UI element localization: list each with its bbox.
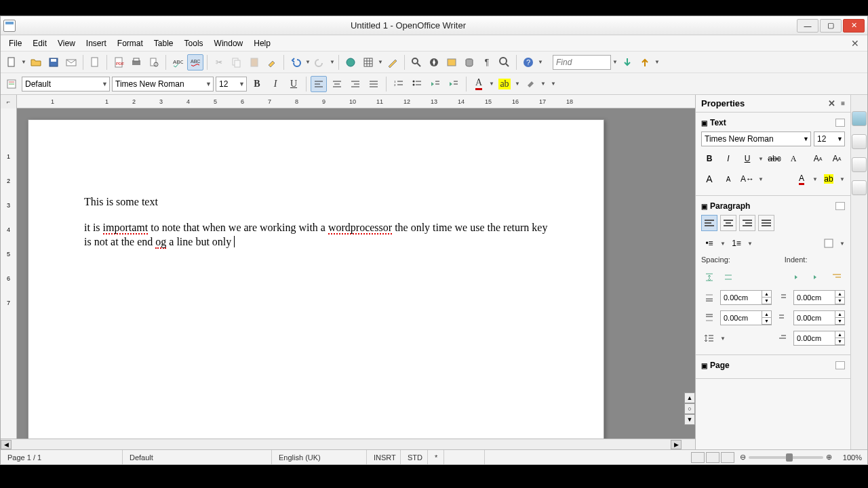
sidebar-align-left[interactable]: [701, 215, 717, 231]
sidebar-tab-properties[interactable]: [852, 111, 867, 126]
zoom-out-icon[interactable]: ⊖: [740, 453, 746, 462]
sidebar-align-center[interactable]: [720, 215, 736, 231]
maximize-button[interactable]: ▢: [820, 19, 842, 33]
font-color-button[interactable]: A: [471, 76, 487, 92]
firstline-indent-spin[interactable]: 0.00cm▲▼: [793, 331, 845, 346]
find-replace-icon[interactable]: [408, 54, 425, 70]
sidebar-numbers-button[interactable]: 1≡: [728, 235, 745, 251]
line-spacing-icon[interactable]: [701, 330, 717, 346]
font-size-combo[interactable]: 12▼: [216, 77, 247, 92]
minimize-button[interactable]: ―: [797, 19, 818, 33]
decrease-spacing-icon[interactable]: [720, 269, 736, 285]
menu-view[interactable]: View: [52, 37, 81, 50]
sidebar-shadow-button[interactable]: A: [785, 150, 802, 167]
status-selection[interactable]: STD: [401, 450, 428, 464]
after-indent-icon[interactable]: [774, 310, 791, 326]
zoom-slider[interactable]: [749, 456, 823, 459]
sidebar-fontcolor-button[interactable]: A: [793, 171, 810, 187]
underline-button[interactable]: U: [285, 76, 302, 92]
sidebar-highlight-button[interactable]: ab: [821, 171, 837, 187]
firstline-indent-icon[interactable]: [774, 330, 791, 346]
bold-button[interactable]: B: [249, 76, 265, 92]
horizontal-scrollbar[interactable]: ◀ ▶: [1, 439, 695, 449]
drawing-icon[interactable]: [384, 54, 401, 70]
zoom-value[interactable]: 100%: [835, 453, 862, 462]
highlight-button[interactable]: ab: [496, 76, 513, 92]
below-spacing-spin[interactable]: 0.00cm▲▼: [720, 310, 772, 325]
format-paintbrush-icon[interactable]: [264, 54, 280, 70]
page-more-icon[interactable]: [835, 361, 845, 369]
paragraph-more-icon[interactable]: [835, 202, 845, 210]
styles-icon[interactable]: [3, 76, 20, 92]
view-single-icon[interactable]: [691, 452, 705, 463]
zoom-in-icon[interactable]: ⊕: [826, 453, 832, 462]
menu-edit[interactable]: Edit: [27, 37, 52, 50]
sidebar-tab-styles[interactable]: [852, 134, 867, 149]
sidebar-bgcolor-button[interactable]: [821, 235, 837, 251]
font-name-combo[interactable]: Times New Roman▼: [112, 77, 214, 92]
decrease-indent-icon[interactable]: [810, 269, 826, 285]
bullet-list-button[interactable]: [409, 76, 425, 92]
sidebar-align-right[interactable]: [739, 215, 755, 231]
sidebar-tab-navigator[interactable]: [852, 180, 867, 195]
print-icon[interactable]: [128, 54, 144, 70]
nav-object-icon[interactable]: ○: [684, 403, 695, 414]
before-indent-icon[interactable]: [774, 289, 791, 306]
sidebar-tab-gallery[interactable]: [852, 157, 867, 172]
before-indent-spin[interactable]: 0.00cm▲▼: [793, 290, 845, 305]
nav-down-icon[interactable]: ▼: [684, 414, 695, 425]
hanging-indent-icon[interactable]: [829, 269, 845, 285]
menu-insert[interactable]: Insert: [81, 37, 112, 50]
find-prev-icon[interactable]: [637, 54, 653, 70]
document-text[interactable]: This is some text: [84, 195, 548, 209]
status-style[interactable]: Default: [123, 450, 272, 464]
numbered-list-button[interactable]: 12: [391, 76, 407, 92]
auto-spellcheck-icon[interactable]: ABC: [187, 54, 203, 70]
cut-icon[interactable]: ✂: [211, 54, 227, 70]
after-indent-spin[interactable]: 0.00cm▲▼: [793, 310, 845, 325]
copy-icon[interactable]: [229, 54, 245, 70]
help-icon[interactable]: ?: [520, 54, 536, 70]
gallery-icon[interactable]: [443, 54, 460, 70]
menu-tools[interactable]: Tools: [179, 37, 209, 50]
edit-file-icon[interactable]: [87, 54, 103, 70]
paragraph-style-combo[interactable]: Default▼: [22, 77, 110, 92]
menu-format[interactable]: Format: [112, 37, 149, 50]
view-book-icon[interactable]: [721, 452, 734, 463]
redo-icon[interactable]: [312, 54, 328, 70]
find-next-icon[interactable]: [619, 54, 635, 70]
sidebar-super-button[interactable]: AA: [810, 150, 826, 167]
align-right-button[interactable]: [347, 76, 363, 92]
menu-file[interactable]: File: [3, 37, 27, 50]
menu-table[interactable]: Table: [149, 37, 179, 50]
table-icon[interactable]: [360, 54, 376, 70]
sidebar-strikeout-button[interactable]: abc: [766, 150, 783, 167]
sidebar-menu-icon[interactable]: ≡: [841, 100, 845, 107]
background-color-button[interactable]: [522, 76, 538, 92]
sidebar-grow-button[interactable]: A: [701, 171, 717, 187]
save-icon[interactable]: [45, 54, 62, 70]
document-text[interactable]: it is importamt to note that when we are…: [84, 220, 548, 249]
data-sources-icon[interactable]: [461, 54, 477, 70]
text-more-icon[interactable]: [835, 119, 845, 127]
horizontal-ruler[interactable]: ⌐ 1123456789101112131415161718: [1, 95, 695, 108]
increase-indent-button[interactable]: [446, 76, 462, 92]
above-spacing-icon[interactable]: [701, 289, 717, 306]
align-center-button[interactable]: [329, 76, 345, 92]
zoom-icon[interactable]: [496, 54, 513, 70]
close-document-button[interactable]: ✕: [846, 36, 865, 51]
sidebar-bullets-button[interactable]: •≡: [701, 235, 717, 251]
increase-spacing-icon[interactable]: [701, 269, 717, 285]
navigator-icon[interactable]: [426, 54, 442, 70]
status-language[interactable]: English (UK): [272, 450, 367, 464]
email-icon[interactable]: [63, 54, 79, 70]
status-insert[interactable]: INSRT: [367, 450, 401, 464]
above-spacing-spin[interactable]: 0.00cm▲▼: [720, 290, 772, 305]
sidebar-spacing-button[interactable]: A↔: [739, 171, 755, 187]
menu-help[interactable]: Help: [248, 37, 276, 50]
sidebar-close-icon[interactable]: ✕: [828, 98, 835, 108]
nonprinting-icon[interactable]: ¶: [479, 54, 495, 70]
find-input[interactable]: [553, 55, 611, 70]
close-button[interactable]: ✕: [843, 19, 865, 33]
sidebar-shrink-button[interactable]: A: [720, 171, 736, 187]
